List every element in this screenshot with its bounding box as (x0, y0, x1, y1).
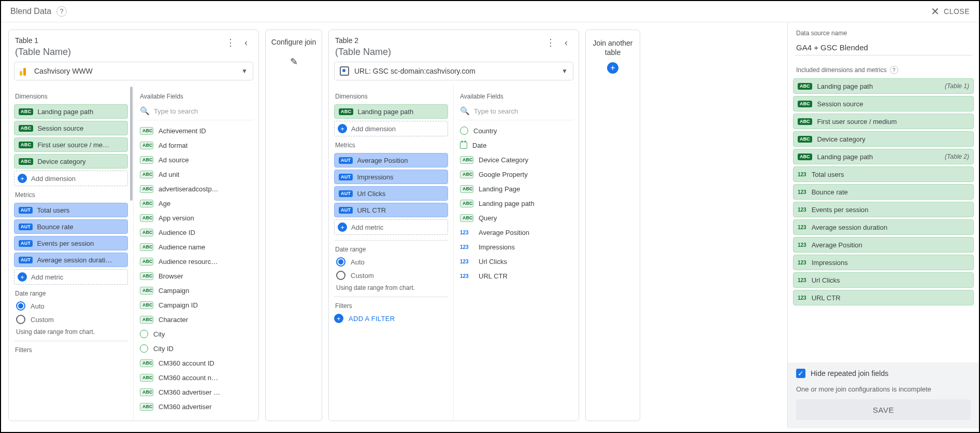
available-field-row[interactable]: 123URL CTR (459, 269, 573, 283)
available-field-row[interactable]: ABCAudience ID (139, 225, 253, 240)
help-icon[interactable]: ? (890, 66, 898, 74)
hide-repeated-checkbox[interactable]: ✓ Hide repeated join fields (796, 369, 971, 378)
available-field-row[interactable]: ABCAudience name (139, 240, 253, 254)
table2-add-metric[interactable]: + Add metric (334, 219, 448, 235)
table1-search-input[interactable] (154, 107, 252, 115)
scrollbar[interactable] (130, 87, 133, 201)
table1-source-picker[interactable]: Cashvisory WWW ▼ (14, 62, 253, 80)
available-field-row[interactable]: ABCDevice Category (459, 152, 573, 167)
included-field-chip[interactable]: 123Total users (793, 166, 974, 182)
field-chip[interactable]: AUTImpressions (334, 170, 448, 184)
chevron-down-icon: ▼ (561, 67, 568, 75)
plus-icon: + (18, 272, 27, 282)
available-field-row[interactable]: ABCAchievement ID (139, 123, 253, 138)
dimensions-label: Dimensions (15, 93, 128, 100)
field-chip[interactable]: ABCFirst user source / me… (14, 137, 128, 152)
chip-label: Total users (37, 206, 69, 214)
save-button[interactable]: SAVE (796, 399, 971, 420)
available-field-row[interactable]: City ID (139, 341, 253, 356)
field-name: Landing Page (479, 185, 520, 193)
available-field-row[interactable]: ABCCM360 advertiser … (139, 385, 253, 399)
table1-more-icon[interactable]: ⋮ (224, 36, 237, 49)
field-chip[interactable]: ABCSession source (14, 121, 128, 135)
table2-date-auto[interactable]: Auto (336, 257, 448, 267)
table1-source-name: Cashvisory WWW (34, 67, 93, 75)
help-icon[interactable]: ? (56, 6, 67, 17)
type-badge: AUT (19, 240, 33, 247)
available-field-row[interactable]: 123Impressions (459, 240, 573, 254)
table1-date-custom[interactable]: Custom (16, 315, 128, 324)
available-field-row[interactable]: ABCLanding page path (459, 196, 573, 211)
available-field-row[interactable]: ABCGoogle Property (459, 167, 573, 181)
included-field-chip[interactable]: 123Average session duration (793, 219, 974, 235)
type-123-icon: 123 (798, 277, 806, 283)
field-name: Landing page path (479, 200, 535, 207)
field-chip[interactable]: ABCDevice category (14, 154, 128, 169)
data-source-name-input[interactable]: GA4 + GSC Blended (795, 40, 972, 55)
available-field-row[interactable]: Date (459, 138, 573, 152)
table1-add-metric[interactable]: + Add metric (14, 269, 128, 285)
included-field-chip[interactable]: ABCDevice category (793, 131, 974, 147)
table2-source-picker[interactable]: URL: GSC sc-domain:cashvisory.com ▼ (334, 62, 573, 80)
chip-label: Landing page path (37, 108, 93, 116)
field-chip[interactable]: ABCLanding page path (334, 104, 448, 119)
field-chip[interactable]: AUTAverage session durati… (14, 253, 128, 267)
available-field-row[interactable]: ABCCampaign ID (139, 298, 253, 312)
included-field-chip[interactable]: 123Events per session (793, 202, 974, 217)
table1-collapse-icon[interactable]: ‹ (240, 36, 252, 49)
table2-add-dimension[interactable]: + Add dimension (334, 121, 448, 136)
type-badge: ABC (19, 158, 33, 165)
included-field-chip[interactable]: 123Url Clicks (793, 272, 974, 288)
available-field-row[interactable]: ABCAudience resourc… (139, 254, 253, 269)
field-chip[interactable]: AUTEvents per session (14, 236, 128, 250)
available-field-row[interactable]: ABCCM360 advertiser (139, 399, 253, 414)
included-field-chip[interactable]: ABCLanding page path(Table 1) (793, 78, 974, 94)
available-field-row[interactable]: 123Url Clicks (459, 254, 573, 269)
type-123-icon: 123 (460, 273, 473, 279)
included-field-chip[interactable]: 123Bounce rate (793, 184, 974, 200)
available-field-row[interactable]: Country (459, 123, 573, 138)
field-name: Achievement ID (158, 127, 206, 135)
field-chip[interactable]: AUTTotal users (14, 203, 128, 217)
type-123-icon: 123 (798, 260, 806, 266)
field-chip[interactable]: AUTAverage Position (334, 153, 448, 167)
available-field-row[interactable]: ABCCM360 account n… (139, 370, 253, 385)
field-chip[interactable]: AUTUrl Clicks (334, 186, 448, 201)
table2-add-filter[interactable]: + ADD A FILTER (334, 314, 448, 323)
available-field-row[interactable]: ABCCampaign (139, 283, 253, 298)
available-field-row[interactable]: ABCCM360 account ID (139, 356, 253, 370)
table2-more-icon[interactable]: ⋮ (544, 36, 557, 49)
included-field-chip[interactable]: 123Average Position (793, 237, 974, 253)
available-field-row[interactable]: ABCAd format (139, 138, 253, 152)
table1-date-auto[interactable]: Auto (16, 301, 128, 311)
field-chip[interactable]: ABCLanding page path (14, 104, 128, 119)
available-field-row[interactable]: ABCBrowser (139, 269, 253, 283)
available-field-row[interactable]: ABCAd unit (139, 167, 253, 181)
available-field-row[interactable]: ABCAge (139, 196, 253, 211)
available-field-row[interactable]: ABCQuery (459, 211, 573, 225)
included-field-chip[interactable]: 123Impressions (793, 255, 974, 270)
table2-collapse-icon[interactable]: ‹ (560, 36, 572, 49)
included-field-chip[interactable]: ABCLanding page path(Table 2) (793, 149, 974, 164)
available-field-row[interactable]: ABCLanding Page (459, 181, 573, 196)
available-field-row[interactable]: ABCadvertiseradcostp… (139, 181, 253, 196)
table1-add-dimension[interactable]: + Add dimension (14, 171, 128, 186)
field-chip[interactable]: AUTURL CTR (334, 203, 448, 217)
table2-subtitle: (Table Name) (335, 47, 391, 58)
table1-subtitle: (Table Name) (15, 47, 71, 58)
included-field-chip[interactable]: ABCSession source (793, 96, 974, 111)
edit-join-button[interactable]: ✎ (290, 56, 298, 67)
join-another-button[interactable]: + (607, 62, 618, 74)
available-field-row[interactable]: ABCApp version (139, 211, 253, 225)
date-hint: Using date range from chart. (16, 328, 128, 336)
included-field-chip[interactable]: ABCFirst user source / medium (793, 114, 974, 129)
available-field-row[interactable]: ABCAd source (139, 152, 253, 167)
table2-search-input[interactable] (474, 107, 572, 115)
included-field-chip[interactable]: 123URL CTR (793, 290, 974, 305)
available-field-row[interactable]: ABCCharacter (139, 312, 253, 327)
available-field-row[interactable]: 123Average Position (459, 225, 573, 240)
available-field-row[interactable]: City (139, 327, 253, 341)
close-button[interactable]: ✕ CLOSE (931, 6, 970, 17)
field-chip[interactable]: AUTBounce rate (14, 219, 128, 234)
table2-date-custom[interactable]: Custom (336, 271, 448, 280)
